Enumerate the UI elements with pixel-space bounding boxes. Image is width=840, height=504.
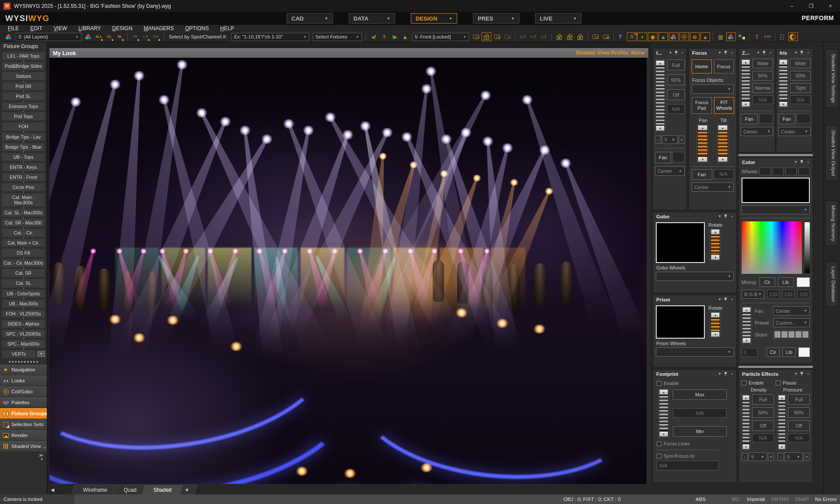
view-tab-shaded[interactable]: Shaded	[142, 485, 183, 494]
fixture-group-pod-sr[interactable]: Pod SR	[2, 82, 45, 91]
pin-icon[interactable]	[763, 50, 766, 55]
color-wheel-slot-3[interactable]	[785, 168, 797, 175]
stage-render[interactable]	[49, 58, 648, 484]
panel-drag-dots[interactable]	[0, 360, 47, 364]
camera-settings-icon[interactable]: *	[471, 32, 481, 41]
color-select[interactable]: ▼	[742, 205, 810, 214]
select-sub-icon[interactable]: SL	[115, 32, 125, 41]
intensity-50-button[interactable]: 50%	[667, 74, 685, 85]
iris-50-button[interactable]: 50%	[790, 71, 811, 80]
panel-menu-icon[interactable]: ▼	[717, 214, 722, 218]
intensity-wheel[interactable]: ▲▼	[655, 60, 665, 132]
menu-help[interactable]: HELP	[220, 25, 234, 32]
zoom-fan-button[interactable]: Fan	[741, 114, 758, 124]
density-increment-button[interactable]: +	[768, 453, 774, 461]
density-decrement-button[interactable]: -	[742, 453, 748, 461]
fixture-group-statues[interactable]: Statues	[2, 72, 45, 80]
zoom-narrow-button[interactable]: Narrow	[752, 83, 773, 93]
link-tool-icon[interactable]	[737, 32, 746, 41]
panel-menu-icon[interactable]: ▼	[756, 51, 761, 55]
maximize-button[interactable]: ❐	[802, 0, 821, 12]
new-camera-icon[interactable]: +	[492, 32, 502, 41]
menu-managers[interactable]: MANAGERS	[144, 25, 174, 32]
gobo-wheels-select[interactable]: ▼	[656, 272, 734, 281]
color-r-value[interactable]: 120	[767, 290, 780, 299]
fixture-group-bridge-tips-lav[interactable]: Bridge Tips - Lav	[2, 133, 45, 141]
intensity-off-button[interactable]: Off	[667, 89, 685, 100]
fixture-group-foh-vl2500ss[interactable]: FOH - VL2500Ss	[2, 309, 45, 318]
zoom-fan-mode-select[interactable]: Center▼	[741, 127, 773, 136]
fixture-group-cat-cir-[interactable]: Cat. - Cir.	[2, 228, 45, 237]
docked-tab-shaded-view-output[interactable]: Shaded View Output	[825, 125, 838, 181]
viewport-scrollbar[interactable]	[647, 58, 650, 484]
fixture-group-ub-colorspots[interactable]: UB - ColorSpots	[2, 289, 45, 298]
prism-wheels-select[interactable]: ▼	[656, 347, 734, 357]
intensity-fan-mode-select[interactable]: Center▼	[655, 166, 685, 176]
zoom-wheel[interactable]: ▲▼	[741, 59, 751, 108]
camera-delete-icon[interactable]: ⊗	[601, 32, 611, 41]
close-icon[interactable]: ×	[729, 372, 735, 376]
color-clear-button[interactable]: Clr	[760, 277, 775, 287]
pressure-wheel[interactable]: ▲▼	[777, 394, 786, 450]
gobo-tool-icon[interactable]: G	[679, 32, 689, 41]
panel-menu-icon[interactable]: ▼	[793, 160, 798, 164]
pin-icon[interactable]	[724, 371, 728, 376]
footprint-min-button[interactable]: Min	[673, 426, 727, 437]
error-list-icon[interactable]: !!	[379, 32, 389, 41]
pin-icon[interactable]	[724, 50, 728, 55]
focus-tool-icon[interactable]: +	[637, 32, 647, 41]
density-off-button[interactable]: Off	[752, 420, 774, 431]
swap-universe-icon[interactable]: ⇄	[788, 32, 798, 41]
mode-design[interactable]: DESIGN▼	[411, 13, 457, 24]
close-icon[interactable]: ×	[680, 51, 685, 55]
fixture-group-cat-sl-mac300s[interactable]: Cat. SL - Mac300s	[2, 208, 45, 217]
pressure-decrement-button[interactable]: -	[777, 453, 784, 461]
fixture-group-pod-tops[interactable]: Pod Tops	[2, 112, 45, 121]
fixture-group-spc-vl2500ss[interactable]: SPC - VL2500Ss	[2, 329, 45, 338]
view-select[interactable]: 5: Front [Locked]▼	[412, 33, 469, 41]
intensity-step-value[interactable]: 5▼	[662, 135, 678, 144]
trim-height-icon[interactable]: Ŧ	[752, 32, 762, 41]
color-stops-bar[interactable]	[773, 330, 810, 339]
select-previous-icon[interactable]: PR	[130, 32, 140, 41]
prism-tool-icon[interactable]: ⊛	[690, 32, 700, 41]
spot-channel-input[interactable]: Ex: "1-10,15"/"ch 1-10"▼	[231, 33, 309, 41]
intensity-fan-button[interactable]: Fan	[655, 152, 671, 163]
menu-options[interactable]: OPTIONS	[185, 25, 209, 32]
close-icon[interactable]: ×	[805, 160, 811, 164]
fixture-group-entr-keys[interactable]: ENTR - Keys	[2, 163, 45, 172]
fixture-group-lx1-par-tops[interactable]: LX1 - PAR Tops	[2, 52, 45, 60]
iris-tool-icon[interactable]: ◉	[648, 32, 658, 41]
footprint-enable-checkbox[interactable]: Enable	[653, 378, 736, 386]
fixture-group-cat-sr-mac300[interactable]: Cat. SR - Mac300	[2, 218, 45, 227]
fixture-group-ub-mac300s[interactable]: UB - Mac300s	[2, 299, 45, 308]
close-icon[interactable]: ×	[768, 51, 773, 55]
density-half-button[interactable]: 50%	[752, 407, 774, 418]
close-button[interactable]: ×	[821, 0, 840, 12]
sidebar-tab-palettes[interactable]: Palettes	[0, 397, 47, 408]
color-wheel-slot-4[interactable]	[798, 168, 810, 175]
color-fan-wheel[interactable]: ▲▼	[742, 306, 752, 344]
zoom-tool-icon[interactable]: ▲	[658, 32, 668, 41]
pt-wheels-button[interactable]: P/T Wheels	[714, 97, 734, 114]
fixture-group-ds-fill[interactable]: DS Fill	[2, 248, 45, 257]
color-clear-button-2[interactable]: Clr	[766, 347, 780, 357]
panel-splitter[interactable]	[738, 366, 813, 368]
fixture-group-ub-tops[interactable]: UB - Tops	[2, 153, 45, 161]
mode-cad[interactable]: CAD▼	[287, 13, 333, 24]
media-strip-icon[interactable]: ▦	[716, 32, 725, 41]
pressure-half-button[interactable]: 50%	[788, 407, 810, 418]
pressure-full-button[interactable]: Full	[788, 394, 810, 405]
fixture-group-cat-cir-mac300s[interactable]: Cat. - Cir. Mac300s	[2, 259, 45, 267]
sidebar-tab-shaded-view-[interactable]: Shaded View ...	[0, 441, 47, 452]
verts-dropdown-icon[interactable]: ▼	[37, 351, 45, 357]
pressure-step-value[interactable]: 5▼	[784, 452, 803, 461]
dmx-patch-icon[interactable]	[778, 32, 788, 41]
panel-menu-icon[interactable]: ▼	[717, 298, 722, 301]
focus-focus-button[interactable]: Focus	[714, 60, 734, 74]
close-icon[interactable]: ×	[805, 372, 811, 376]
rotate-x-icon[interactable]: X↺	[518, 32, 528, 41]
docked-tab-layer-database[interactable]: Layer Database	[825, 262, 838, 307]
fixture-group-pod-bridge-sides[interactable]: Pod&Bridge Sides	[2, 62, 45, 70]
camera-lock-icon[interactable]: i	[482, 32, 491, 41]
